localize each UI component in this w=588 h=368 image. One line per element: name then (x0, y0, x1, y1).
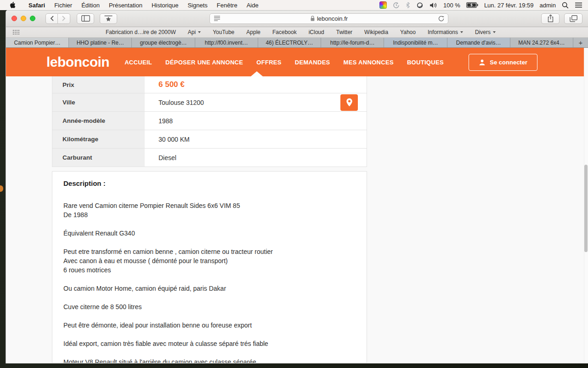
chevron-down-icon (460, 31, 463, 33)
description-paragraph: Équivalent Renault G340 (63, 229, 356, 238)
favorite-api-folder[interactable]: Api (188, 29, 201, 35)
description-paragraph: Rare vend Camion citerne Pompier Renault… (63, 201, 356, 219)
page-content: leboncoin ACCUEIL DÉPOSER UNE ANNONCE OF… (6, 48, 588, 363)
menu-fenetre[interactable]: Fenêtre (212, 2, 242, 9)
new-tab-button[interactable]: + (573, 38, 588, 47)
nav-offres[interactable]: OFFRES (256, 59, 282, 66)
spec-label: Année-modèle (52, 112, 145, 130)
favorites-grid-icon[interactable] (12, 29, 20, 35)
chevron-down-icon (493, 31, 496, 33)
tab-hho-platine[interactable]: HHO platine - Re… (69, 38, 132, 47)
leboncoin-header: leboncoin ACCUEIL DÉPOSER UNE ANNONCE OF… (6, 48, 588, 76)
swirl-app-icon[interactable] (416, 2, 424, 8)
description-title: Description : (63, 179, 356, 188)
menu-aide[interactable]: Aide (242, 2, 263, 9)
menu-edition[interactable]: Édition (77, 2, 104, 9)
description-paragraph: Cuve citerne de 8 500 litres (63, 302, 356, 311)
leboncoin-logo[interactable]: leboncoin (46, 54, 109, 70)
favorite-divers-folder[interactable]: Divers (475, 29, 496, 35)
tab-le-forum[interactable]: http://le-forum-d… (321, 38, 384, 47)
tab-indisponibilite[interactable]: Indisponibilité m… (384, 38, 447, 47)
favorite-youtube[interactable]: YouTube (213, 29, 234, 35)
favorite-informations-folder[interactable]: Informations (428, 29, 463, 35)
colorful-app-icon[interactable] (379, 1, 387, 9)
favorite-yahoo[interactable]: Yahoo (400, 29, 416, 35)
favorite-icloud[interactable]: iCloud (309, 29, 324, 35)
spec-label: Kilométrage (52, 130, 145, 148)
table-row-carburant: Carburant Diesel (52, 148, 367, 167)
favorite-facebook[interactable]: Facebook (272, 29, 297, 35)
url-text[interactable]: leboncoin.fr (317, 15, 348, 22)
offres-active-caret (251, 71, 263, 76)
browser-toolbar: leboncoin.fr (6, 10, 588, 27)
scrollbar-thumb[interactable] (584, 165, 588, 252)
menu-signets[interactable]: Signets (183, 2, 212, 9)
table-row-annee: Année-modèle 1988 (52, 111, 367, 130)
tab-f00-invent[interactable]: http://f00.invent… (195, 38, 258, 47)
table-row-prix: Prix 6 500 € (52, 76, 367, 93)
year-value: 1988 (145, 112, 367, 130)
menu-fichier[interactable]: Fichier (50, 2, 77, 9)
tab-camion-pompier[interactable]: Camion Pompier… (6, 38, 69, 47)
tab-groupe-electrogene[interactable]: groupe électrogè… (132, 38, 195, 47)
back-button[interactable] (45, 13, 58, 24)
top-sites-button[interactable] (100, 13, 117, 24)
battery-percent: 100 % (443, 2, 460, 9)
tab-demande-avis[interactable]: Demande d'avis… (447, 38, 510, 47)
description-paragraph: Peut être démonte, ideal pour installati… (63, 321, 356, 330)
tab-electroly[interactable]: 46) ÉLECTROLY… (258, 38, 321, 47)
reader-icon[interactable] (214, 16, 220, 21)
battery-charging-icon[interactable] (466, 2, 478, 8)
volume-icon[interactable] (430, 2, 437, 8)
mileage-value: 30 000 KM (145, 130, 367, 148)
description-paragraph: Ou camion Motor Home, camion équipé raid… (63, 284, 356, 293)
login-button[interactable]: Se connecter (469, 54, 537, 71)
menubar-clock[interactable]: Lun. 27 févr. 19:59 (484, 2, 534, 9)
spec-label: Carburant (52, 149, 145, 167)
spec-label: Prix (52, 76, 145, 93)
tab-man-24272[interactable]: MAN 24.272 6x4… (510, 38, 573, 47)
user-icon (479, 59, 486, 66)
macos-menu-bar: Safari Fichier Édition Présentation Hist… (0, 0, 588, 10)
menubar-user[interactable]: admin (540, 2, 556, 9)
description-paragraph: Idéal export, camion très fiable avec mo… (63, 339, 356, 348)
time-machine-icon[interactable] (393, 2, 400, 9)
fuel-value: Diesel (145, 149, 367, 167)
sidebar-toggle-button[interactable] (77, 13, 94, 24)
address-bar[interactable]: leboncoin.fr (209, 13, 448, 24)
reload-icon[interactable] (438, 16, 444, 22)
notification-center-icon[interactable] (575, 2, 582, 8)
tab-overview-button[interactable] (564, 13, 582, 24)
scrollbar-track[interactable] (584, 48, 588, 363)
listing-spec-table: Prix 6 500 € Ville Toulouse 31200 Année-… (52, 76, 367, 167)
city-value: Toulouse 31200 (145, 93, 367, 111)
description-panel: Description : Rare vend Camion citerne P… (52, 171, 367, 363)
close-window-button[interactable] (11, 16, 17, 21)
description-paragraph: Moteur V8 Renault situé à l'arrière du c… (63, 357, 356, 363)
nav-deposer-annonce[interactable]: DÉPOSER UNE ANNONCE (165, 59, 243, 66)
safari-window: leboncoin.fr Fabrication d…ire de 2000W … (6, 10, 588, 363)
nav-mes-annonces[interactable]: MES ANNONCES (344, 59, 394, 66)
map-pin-button[interactable] (340, 94, 358, 111)
favorite-wikipedia[interactable]: Wikipedia (364, 29, 388, 35)
menu-historique[interactable]: Historique (147, 2, 183, 9)
table-row-ville: Ville Toulouse 31200 (52, 93, 367, 111)
bluetooth-icon[interactable] (406, 2, 410, 8)
description-paragraph: Peut etre transformé en camion benne , c… (63, 247, 356, 275)
spotlight-search-icon[interactable] (562, 2, 569, 9)
apple-menu-icon[interactable] (9, 1, 16, 9)
menu-safari[interactable]: Safari (24, 2, 50, 9)
nav-accueil[interactable]: ACCUEIL (124, 59, 152, 66)
forward-button[interactable] (58, 13, 70, 24)
favorite-apple[interactable]: Apple (246, 29, 260, 35)
spec-label: Ville (52, 93, 145, 111)
favorite-fabrication[interactable]: Fabrication d…ire de 2000W (106, 29, 176, 35)
price-value: 6 500 € (145, 76, 367, 93)
share-button[interactable] (541, 13, 560, 24)
favorite-twitter[interactable]: Twitter (336, 29, 352, 35)
menu-presentation[interactable]: Présentation (104, 2, 147, 9)
minimize-window-button[interactable] (21, 16, 26, 21)
zoom-window-button[interactable] (30, 16, 35, 21)
nav-boutiques[interactable]: BOUTIQUES (407, 59, 444, 66)
nav-demandes[interactable]: DEMANDES (295, 59, 330, 66)
